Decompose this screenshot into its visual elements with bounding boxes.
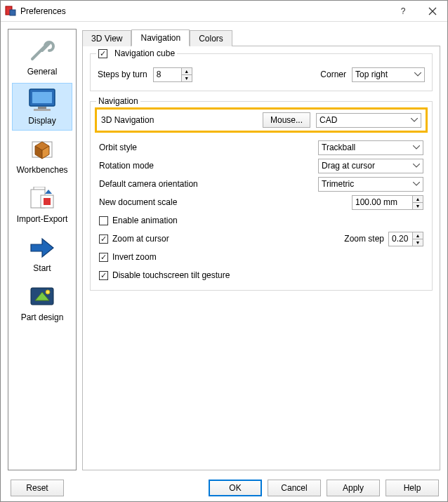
window-title: Preferences [20,6,388,16]
spin-up-icon[interactable]: ▲ [181,67,192,74]
titlebar: Preferences ? [1,1,447,22]
corner-label: Corner [320,70,346,79]
spin-down-icon[interactable]: ▼ [412,202,423,210]
tab-colors[interactable]: Colors [190,30,232,46]
row-invert-zoom: Invert zoom [95,248,428,266]
zoom-at-cursor-checkbox[interactable] [99,235,108,244]
sidebar-item-label: Display [28,116,55,126]
sidebar-item-label: General [27,67,58,77]
steps-by-turn-spinner[interactable]: ▲▼ [153,67,192,82]
enable-animation-label: Enable animation [112,216,178,225]
sidebar-item-part-design[interactable]: Part design [12,279,72,327]
dialog-footer: Reset OK Cancel Apply Help [1,475,447,501]
import-export-icon [25,185,59,213]
sidebar-item-workbenches[interactable]: Workbenches [12,132,72,180]
spin-up-icon[interactable]: ▲ [412,195,423,202]
zoom-step-label: Zoom step [344,234,384,244]
category-sidebar: General Display Workbenches Import-Expor… [8,29,77,470]
svg-rect-9 [44,198,51,205]
spin-down-icon[interactable]: ▼ [181,74,192,82]
group-navigation-cube: Navigation cube Steps by turn ▲▼ Corner [90,53,433,91]
part-design-icon [25,283,59,311]
invert-zoom-label: Invert zoom [112,252,157,262]
app-icon [5,6,16,17]
row-steps-corner: Steps by turn ▲▼ Corner Top right [98,65,425,84]
zoom-step-input[interactable] [388,232,412,246]
monitor-icon [25,86,59,114]
group-legend: Navigation cube [96,48,177,58]
svg-rect-5 [34,109,51,111]
preferences-window: Preferences ? General Display [0,0,448,502]
main-panel: 3D View Navigation Colors Navigation cub… [82,29,440,470]
disable-tilt-label: Disable touchscreen tilt gesture [112,270,230,280]
mouse-button[interactable]: Mouse... [263,112,310,128]
close-button[interactable] [418,1,447,22]
svg-rect-4 [38,107,46,109]
svg-rect-3 [32,92,52,103]
dialog-body: General Display Workbenches Import-Expor… [1,22,447,475]
new-document-scale-input[interactable] [352,195,412,210]
spin-down-icon[interactable]: ▼ [412,239,423,246]
wrench-icon [25,37,59,65]
rotation-mode-label: Rotation mode [99,161,154,171]
row-new-document-scale: New document scale ▲▼ [95,193,428,211]
zoom-step-spinner[interactable]: ▲▼ [388,232,423,246]
box-icon [25,136,59,164]
rotation-mode-select[interactable]: Drag at cursor [318,159,423,173]
row-camera-orientation: Default camera orientation Trimetric [95,175,428,193]
navigation-cube-checkbox[interactable] [98,49,107,58]
orbit-style-select[interactable]: Trackball [318,140,423,155]
orbit-style-label: Orbit style [99,143,137,152]
sidebar-item-label: Start [33,263,51,273]
cancel-button[interactable]: Cancel [268,480,321,496]
arrow-right-icon [25,234,59,262]
highlighted-3d-navigation-row: 3D Navigation Mouse... CAD [95,107,428,133]
sidebar-item-start[interactable]: Start [12,230,72,278]
camera-orientation-select[interactable]: Trimetric [318,177,423,192]
sidebar-item-import-export[interactable]: Import-Export [12,181,72,229]
group-navigation: Navigation 3D Navigation Mouse... CAD Or… [90,101,433,291]
corner-select[interactable]: Top right [352,67,425,82]
enable-animation-checkbox[interactable] [99,216,108,225]
group-legend-label: Navigation [98,96,138,106]
apply-button[interactable]: Apply [327,480,380,496]
tab-bar: 3D View Navigation Colors [82,29,440,46]
zoom-at-cursor-label: Zoom at cursor [112,234,169,244]
steps-by-turn-label: Steps by turn [98,70,147,79]
3d-navigation-label: 3D Navigation [101,115,257,125]
svg-point-11 [46,290,50,294]
steps-by-turn-input[interactable] [153,67,181,82]
group-legend: Navigation [96,96,140,106]
tab-page-navigation: Navigation cube Steps by turn ▲▼ Corner [82,46,440,470]
row-zoom-at-cursor: Zoom at cursor Zoom step ▲▼ [95,230,428,248]
camera-orientation-label: Default camera orientation [99,179,198,189]
reset-button[interactable]: Reset [11,480,64,496]
tab-3d-view[interactable]: 3D View [82,30,131,46]
row-enable-animation: Enable animation [95,211,428,230]
group-legend-label: Navigation cube [114,48,175,58]
tab-navigation[interactable]: Navigation [131,29,190,46]
invert-zoom-checkbox[interactable] [99,253,108,262]
navigation-style-select[interactable]: CAD [316,113,421,128]
sidebar-item-display[interactable]: Display [12,83,72,131]
sidebar-item-label: Import-Export [17,214,68,224]
new-document-scale-label: New document scale [99,197,177,207]
sidebar-item-general[interactable]: General [12,34,72,81]
disable-tilt-checkbox[interactable] [99,271,108,280]
sidebar-item-label: Part design [21,312,64,322]
spin-up-icon[interactable]: ▲ [412,232,423,239]
ok-button[interactable]: OK [209,480,262,496]
help-button[interactable]: Help [386,480,439,496]
svg-rect-1 [10,10,15,15]
row-orbit-style: Orbit style Trackball [95,138,428,157]
sidebar-item-label: Workbenches [16,165,67,175]
new-document-scale-spinner[interactable]: ▲▼ [352,195,423,210]
row-rotation-mode: Rotation mode Drag at cursor [95,157,428,175]
row-disable-tilt: Disable touchscreen tilt gesture [95,266,428,284]
help-titlebar-button[interactable]: ? [388,1,418,22]
